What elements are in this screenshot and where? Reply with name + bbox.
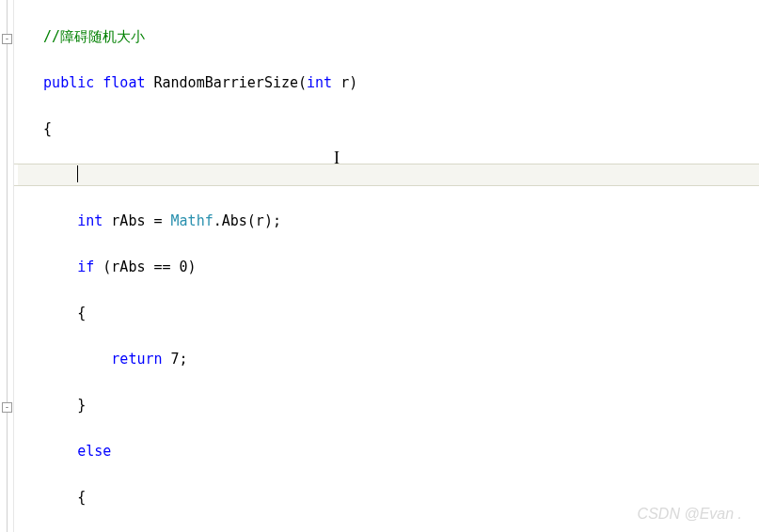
fold-guide-line — [7, 0, 8, 532]
code-line: {I — [18, 302, 759, 325]
fold-box-icon[interactable]: - — [2, 34, 12, 44]
code-editor[interactable]: - - //障碍随机大小 public float RandomBarrierS… — [0, 0, 759, 532]
code-line: else — [18, 440, 759, 463]
code-line: if (rAbs == 0) — [18, 256, 759, 279]
method-name: RandomBarrierSize — [154, 74, 299, 91]
code-line: public float RandomBarrierSize(int r) — [18, 71, 759, 95]
current-line — [18, 164, 759, 187]
code-line: int rAbs = Mathf.Abs(r); — [18, 210, 759, 233]
code-line: { — [18, 117, 759, 141]
fold-box-icon[interactable]: - — [2, 402, 12, 413]
code-text-area[interactable]: //障碍随机大小 public float RandomBarrierSize(… — [14, 0, 759, 532]
type-name: Mathf — [171, 212, 213, 229]
fold-gutter: - - — [0, 0, 14, 532]
text-cursor — [77, 165, 78, 182]
watermark-text: CSDN @Evan . — [638, 506, 742, 523]
code-line: } — [18, 394, 759, 417]
code-line: //障碍随机大小 — [18, 25, 759, 49]
code-line: return 7; — [18, 348, 759, 371]
ibeam-icon: I — [334, 147, 340, 170]
comment-text: //障碍随机大小 — [43, 28, 145, 45]
